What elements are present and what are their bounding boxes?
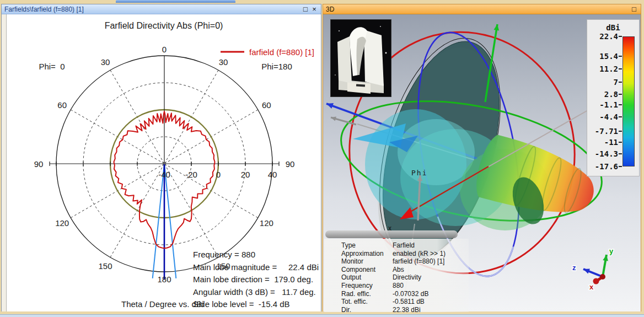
radial-label: 40 bbox=[268, 170, 277, 179]
info-row-value: -0.5811 dB bbox=[393, 298, 425, 306]
angle-label: 60 bbox=[57, 100, 67, 110]
info-row: TypeFarfield bbox=[324, 241, 469, 250]
colorbar-tick bbox=[619, 166, 622, 167]
left-gutter bbox=[2, 14, 7, 311]
phi-right-label: Phi=180 bbox=[261, 62, 292, 71]
colorbar-panel: dBi 22.415.411.272.8-1.1-4.4-7.71-11-14.… bbox=[587, 19, 640, 176]
antenna-geometry-thumbnail bbox=[331, 20, 390, 95]
info-row-label: Approximation bbox=[341, 250, 384, 258]
colorbar-tick-label: 22.4 bbox=[587, 32, 618, 41]
phi-direction-label: Phi bbox=[411, 169, 427, 177]
angle-label: 90 bbox=[34, 159, 44, 169]
info-row-label: Tot. effic. bbox=[341, 298, 368, 306]
overlay-progress-bar bbox=[325, 230, 458, 238]
stats-line: Main lobe magnitude = 22.4 dBi bbox=[193, 262, 319, 272]
colorbar-tick-label: -14.3 bbox=[587, 149, 618, 158]
colorbar-tick-label: -17.6 bbox=[587, 162, 618, 171]
angle-label: 180 bbox=[157, 275, 171, 284]
3d-view-window: 3D □ Phixyzx TypeFarfieldApproximationen… bbox=[323, 4, 641, 311]
info-row-value: -0.07032 dB bbox=[393, 290, 428, 298]
colorbar-tick bbox=[619, 82, 622, 83]
colorbar-tick-label: -7.71 bbox=[587, 127, 618, 136]
colorbar-tick bbox=[619, 104, 622, 105]
farfield-info-table: TypeFarfieldApproximationenabled (kR >> … bbox=[324, 239, 469, 312]
radial-label: -20 bbox=[185, 170, 197, 179]
phi-left-label: Phi= 0 bbox=[39, 62, 65, 71]
info-row-value: Directivity bbox=[393, 273, 421, 282]
status-strip bbox=[0, 314, 644, 317]
info-row: Dir.22.38 dBi bbox=[324, 306, 469, 314]
stats-line: Angular width (3 dB) = 11.7 deg. bbox=[193, 287, 316, 297]
colorbar-tick bbox=[619, 94, 622, 95]
info-row-label: Frequency bbox=[341, 282, 373, 290]
stats-line: Side lobe level = -15.4 dB bbox=[193, 299, 290, 309]
angular-width-marker bbox=[164, 164, 176, 278]
info-row-label: Component bbox=[341, 266, 375, 274]
info-row: Frequency880 bbox=[324, 282, 469, 290]
angle-label: 120 bbox=[260, 218, 273, 228]
polar-plot-area: Farfield Directivity Abs (Phi=0) Phi= 0 … bbox=[7, 14, 321, 311]
info-row-value: 880 bbox=[393, 282, 404, 290]
plot-client-area: Farfield Directivity Abs (Phi=0) Phi= 0 … bbox=[2, 14, 321, 311]
antenna-preview-image bbox=[330, 19, 391, 97]
info-row-label: Output bbox=[341, 273, 361, 282]
info-row-value: Farfield bbox=[393, 241, 415, 250]
colorbar-tick-label: -1.1 bbox=[587, 100, 618, 109]
colorbar-tick bbox=[619, 56, 622, 57]
triad-z-label: z bbox=[572, 264, 576, 272]
info-row-label: Type bbox=[341, 241, 356, 250]
colorbar-title: dBi bbox=[587, 23, 639, 32]
farfield-plot-window: Farfields\farfield (f=880) [1] □× Farfie… bbox=[1, 4, 321, 311]
colorbar-tick-label: 11.2 bbox=[587, 65, 618, 73]
angle-label: 90 bbox=[286, 159, 295, 169]
window-title: 3D bbox=[326, 6, 334, 13]
info-row: Tot. effic.-0.5811 dB bbox=[324, 298, 469, 306]
close-button[interactable]: × bbox=[310, 4, 319, 14]
angle-label: 0 bbox=[162, 45, 167, 54]
maximize-button[interactable]: □ bbox=[630, 4, 638, 14]
colorbar-tick-label: 7 bbox=[587, 78, 618, 87]
colorbar-tick bbox=[619, 116, 622, 117]
info-row-value: 22.38 dBi bbox=[393, 306, 421, 314]
maximize-button[interactable]: □ bbox=[301, 4, 310, 14]
3d-client-area: Phixyzx TypeFarfieldApproximationenabled… bbox=[323, 14, 641, 311]
colorbar-tick bbox=[619, 68, 622, 69]
colorbar-tick-label: -4.4 bbox=[587, 112, 618, 121]
colorbar-tick-label: -11 bbox=[587, 138, 618, 147]
z-direction-arrow-head bbox=[326, 103, 334, 109]
window-titlebar[interactable]: 3D □ bbox=[323, 4, 641, 14]
info-row: OutputDirectivity bbox=[324, 273, 469, 282]
angle-label: 150 bbox=[98, 261, 112, 271]
angle-label: 150 bbox=[216, 261, 230, 271]
triad-origin-ball bbox=[600, 274, 605, 280]
colorbar-tick bbox=[619, 36, 622, 37]
angle-label: 30 bbox=[219, 57, 228, 66]
plot-title: Farfield Directivity Abs (Phi=0) bbox=[105, 21, 223, 31]
triad-y-label: y bbox=[609, 247, 614, 255]
info-row-label: Dir. bbox=[341, 306, 351, 314]
stats-line: Frequency = 880 bbox=[193, 250, 255, 259]
window-titlebar[interactable]: Farfields\farfield (f=880) [1] □× bbox=[2, 4, 321, 14]
info-row: Monitorfarfield (f=880) [1] bbox=[324, 257, 469, 266]
info-row-value: enabled (kR >> 1) bbox=[393, 250, 446, 258]
triad-x-label: x bbox=[589, 283, 594, 291]
angle-label: 120 bbox=[55, 218, 69, 228]
angle-label: 30 bbox=[101, 57, 110, 66]
info-row: Approximationenabled (kR >> 1) bbox=[324, 250, 469, 258]
axis-caption: Theta / Degree vs. dBi bbox=[121, 299, 203, 309]
stats-line: Main lobe direction = 179.0 deg. bbox=[193, 275, 313, 284]
colorbar-tick bbox=[619, 142, 622, 143]
colorbar-tick bbox=[619, 131, 622, 132]
colorbar-tick-label: 2.8 bbox=[587, 90, 618, 99]
radial-label: 20 bbox=[241, 170, 250, 179]
triad-z-arrow-head bbox=[583, 269, 590, 274]
colorbar-gradient bbox=[622, 36, 635, 166]
info-row-value: Abs bbox=[393, 266, 404, 274]
triad-x-ball bbox=[593, 278, 599, 284]
colorbar-tick bbox=[619, 153, 622, 154]
window-title: Farfields\farfield (f=880) [1] bbox=[4, 6, 84, 13]
info-row: ComponentAbs bbox=[324, 266, 469, 274]
info-row-value: farfield (f=880) [1] bbox=[393, 257, 444, 266]
app-top-strip bbox=[116, 0, 235, 3]
legend-label: farfield (f=880) [1] bbox=[249, 47, 314, 57]
